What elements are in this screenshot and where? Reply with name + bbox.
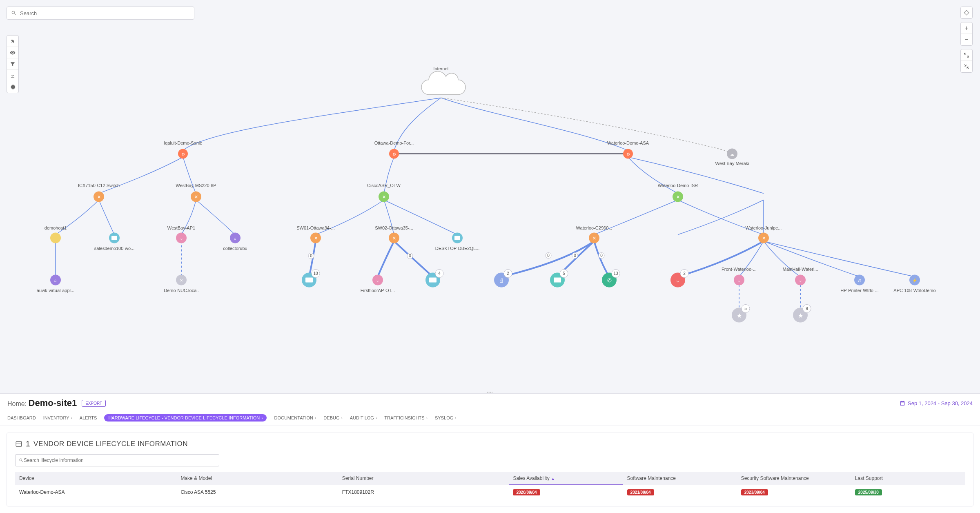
col-software[interactable]: Software Maintenance: [623, 472, 737, 485]
table-row[interactable]: Waterloo-Demo-ASA Cisco ASA 5525 FTX1809…: [15, 485, 965, 500]
node-demohost1[interactable]: [50, 233, 61, 243]
chevron-right-icon: ›: [261, 416, 263, 420]
cell-make: Cisco ASA 5525: [176, 485, 338, 500]
svg-text:2: 2: [507, 271, 509, 276]
svg-text:⌂: ⌂: [234, 236, 236, 241]
svg-text:SW02-Ottawa35-...: SW02-Ottawa35-...: [375, 225, 413, 230]
svg-text:salesdemo100-wo...: salesdemo100-wo...: [94, 246, 134, 251]
svg-text:APC-108-WtrloDemo: APC-108-WtrloDemo: [893, 288, 935, 293]
search-icon: [19, 458, 24, 463]
svg-text:⌵: ⌵: [738, 278, 740, 283]
svg-text:9: 9: [806, 306, 808, 311]
tab-inventory[interactable]: INVENTORY›: [43, 415, 72, 420]
svg-text:✕: ✕: [592, 236, 596, 241]
svg-text:Demo-NUC.local.: Demo-NUC.local.: [164, 288, 199, 293]
svg-rect-27: [111, 236, 117, 240]
svg-text:demohost1: demohost1: [45, 225, 67, 230]
svg-text:10: 10: [313, 271, 318, 276]
svg-text:★: ★: [798, 312, 803, 319]
tab-dashboard[interactable]: DASHBOARD: [7, 415, 36, 420]
svg-text:MainHall-Waterl...: MainHall-Waterl...: [783, 267, 818, 272]
topology-viewport[interactable]: + −: [0, 0, 980, 393]
svg-text:4: 4: [438, 271, 441, 276]
svg-rect-37: [454, 236, 460, 240]
svg-text:☁: ☁: [730, 152, 734, 156]
svg-rect-47: [305, 278, 313, 283]
svg-text:⌵: ⌵: [180, 236, 183, 241]
lifecycle-filter-box[interactable]: [15, 454, 219, 466]
export-button[interactable]: EXPORT: [82, 400, 106, 407]
svg-text:WestBay-AP1: WestBay-AP1: [167, 225, 195, 230]
sort-asc-icon: ▲: [551, 477, 555, 481]
badge-security: 2023/09/04: [741, 489, 768, 495]
svg-text:5: 5: [563, 271, 565, 276]
date-range-picker[interactable]: Sep 1, 2024 - Sep 30, 2024: [900, 400, 973, 406]
svg-text:0: 0: [310, 254, 312, 258]
svg-text:✕: ✕: [676, 194, 680, 199]
svg-text:WestBay-MS220-8P: WestBay-MS220-8P: [176, 183, 216, 188]
chevron-right-icon: ›: [71, 416, 72, 420]
svg-text:✕: ✕: [314, 236, 318, 241]
col-sales[interactable]: Sales Availability▲: [509, 472, 623, 485]
internet-node[interactable]: [421, 71, 466, 95]
tab-alerts[interactable]: ALERTS: [80, 415, 97, 420]
svg-text:Waterloo-Demo-ISR: Waterloo-Demo-ISR: [658, 183, 698, 188]
tab-syslog[interactable]: SYSLOG›: [435, 415, 457, 420]
svg-text:0: 0: [600, 253, 603, 258]
svg-text:⌵: ⌵: [799, 278, 802, 283]
svg-text:collectorubu: collectorubu: [223, 246, 247, 251]
calendar-icon: [900, 400, 905, 406]
internet-label: Internet: [433, 66, 448, 71]
svg-text:0: 0: [574, 253, 576, 258]
svg-text:⚡: ⚡: [912, 278, 918, 283]
col-last[interactable]: Last Support: [851, 472, 965, 485]
result-count: 1: [26, 439, 30, 448]
breadcrumb: Home: Demo-site1: [7, 398, 77, 408]
svg-text:✕: ✕: [97, 194, 101, 199]
svg-text:Iqaluit-Demo-Sonic: Iqaluit-Demo-Sonic: [164, 141, 202, 145]
svg-text:⌵: ⌵: [676, 277, 679, 283]
svg-text:2: 2: [683, 271, 686, 276]
svg-text:⌂: ⌂: [54, 278, 57, 283]
page-title: Demo-site1: [29, 398, 77, 408]
svg-text:0: 0: [547, 253, 550, 258]
tab-documentation[interactable]: DOCUMENTATION›: [274, 415, 316, 420]
svg-text:✕: ✕: [392, 236, 396, 241]
chevron-right-icon: ›: [426, 416, 428, 420]
lifecycle-table: Device Make & Model Serial Number Sales …: [15, 472, 965, 500]
svg-text:★: ★: [737, 312, 742, 319]
chevron-right-icon: ›: [455, 416, 456, 420]
svg-text:Waterloo-Junipe...: Waterloo-Junipe...: [746, 225, 782, 230]
svg-text:Waterloo-Demo-ASA: Waterloo-Demo-ASA: [607, 141, 649, 145]
col-security[interactable]: Security Software Maintenance: [737, 472, 851, 485]
col-device[interactable]: Device: [15, 472, 176, 485]
tab-hardware-lifecycle[interactable]: HARDWARE LIFECYCLE - VENDOR DEVICE LIFEC…: [104, 414, 267, 422]
svg-text:auvik-virtual-appl...: auvik-virtual-appl...: [37, 288, 74, 293]
tab-debug[interactable]: DEBUG›: [323, 415, 342, 420]
lifecycle-search-input[interactable]: [24, 457, 216, 463]
svg-text:Front-Waterloo-...: Front-Waterloo-...: [722, 267, 757, 272]
svg-text:⌵: ⌵: [376, 278, 379, 283]
resize-handle[interactable]: ••••: [482, 390, 498, 393]
badge-last: 2025/09/30: [855, 489, 882, 495]
svg-text:⚙: ⚙: [181, 152, 185, 156]
svg-text:✆: ✆: [607, 277, 612, 283]
tab-audit-log[interactable]: AUDIT LOG›: [350, 415, 377, 420]
badge-sales: 2020/09/04: [513, 489, 540, 495]
svg-text:🖨: 🖨: [499, 277, 504, 283]
svg-text:0: 0: [409, 254, 411, 258]
cell-serial: FTX1809102R: [338, 485, 509, 500]
svg-text:Waterloo-C2960...: Waterloo-C2960...: [576, 225, 612, 230]
svg-rect-52: [429, 278, 437, 283]
chevron-right-icon: ›: [315, 416, 316, 420]
col-make[interactable]: Make & Model: [176, 472, 338, 485]
col-serial[interactable]: Serial Number: [338, 472, 509, 485]
svg-text:CiscoASR_OTW: CiscoASR_OTW: [367, 183, 401, 188]
svg-text:13: 13: [613, 271, 618, 276]
svg-text:✕: ✕: [382, 194, 386, 199]
svg-text:⚙: ⚙: [626, 152, 630, 156]
chevron-right-icon: ›: [341, 416, 342, 420]
cell-device: Waterloo-Demo-ASA: [15, 485, 176, 500]
svg-text:HP-Printer-Wtrlo-...: HP-Printer-Wtrlo-...: [840, 288, 879, 293]
tab-traffic-insights[interactable]: TRAFFICINSIGHTS›: [384, 415, 428, 420]
